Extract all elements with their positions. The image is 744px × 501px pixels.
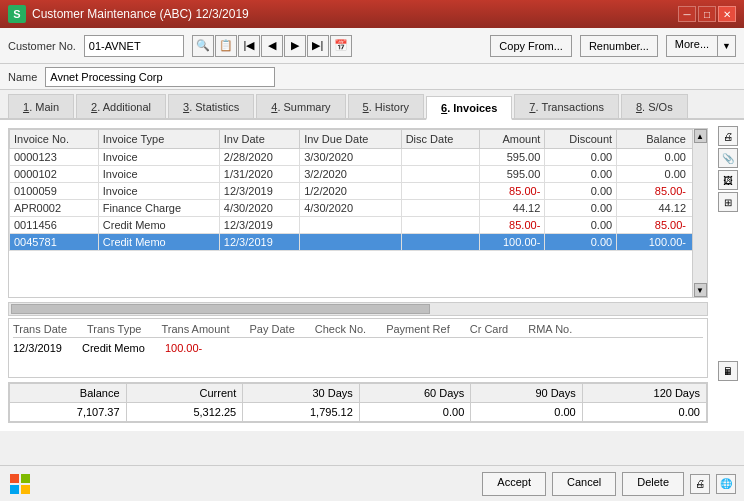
name-input[interactable]: [45, 67, 275, 87]
tab-summary[interactable]: 4. Summary: [256, 94, 345, 118]
cell-disc-date: [401, 234, 480, 251]
cell-inv-date: 1/31/2020: [219, 166, 299, 183]
customer-no-input[interactable]: [84, 35, 184, 57]
table-row[interactable]: APR0002 Finance Charge 4/30/2020 4/30/20…: [10, 200, 707, 217]
summary-cell-balance: 7,107.37: [10, 403, 127, 422]
grid-icon-btn[interactable]: ⊞: [718, 192, 738, 212]
prev-btn[interactable]: ◀: [261, 35, 283, 57]
cancel-button[interactable]: Cancel: [552, 472, 616, 496]
col-header-invoice-type: Invoice Type: [98, 130, 219, 149]
print-bottom-icon-btn[interactable]: 🖨: [690, 474, 710, 494]
table-row[interactable]: 0011456 Credit Memo 12/3/2019 85.00- 0.0…: [10, 217, 707, 234]
summary-col-60days: 60 Days: [359, 384, 470, 403]
cell-invoice-no: 0011456: [10, 217, 99, 234]
renumber-button[interactable]: Renumber...: [580, 35, 658, 57]
more-button[interactable]: More...: [666, 35, 717, 57]
tab-main[interactable]: 1. Main: [8, 94, 74, 118]
side-icons: 🖨 📎 🖼 ⊞: [718, 126, 738, 212]
detail-cell-trans-type: Credit Memo: [82, 342, 145, 354]
summary-col-balance: Balance: [10, 384, 127, 403]
cell-inv-due-date: 3/2/2020: [300, 166, 402, 183]
first-btn[interactable]: |◀: [238, 35, 260, 57]
minimize-button[interactable]: ─: [678, 6, 696, 22]
calendar-icon-btn[interactable]: 📅: [330, 35, 352, 57]
detail-header: Trans Date Trans Type Trans Amount Pay D…: [13, 323, 703, 338]
cell-inv-due-date: 1/2/2020: [300, 183, 402, 200]
cell-discount: 0.00: [545, 149, 617, 166]
detail-col-cr-card: Cr Card: [470, 323, 509, 335]
bottom-right-icons: 🖩: [718, 361, 738, 381]
summary-row: 7,107.37 5,312.25 1,795.12 0.00 0.00 0.0…: [10, 403, 707, 422]
tab-invoices[interactable]: 6. Invoices: [426, 96, 512, 120]
tab-history[interactable]: 5. History: [348, 94, 424, 118]
copy-from-button[interactable]: Copy From...: [490, 35, 572, 57]
bottom-left-icons: [8, 472, 32, 496]
windows-logo-icon[interactable]: [8, 472, 32, 496]
cell-invoice-type: Invoice: [98, 166, 219, 183]
delete-button[interactable]: Delete: [622, 472, 684, 496]
tab-statistics[interactable]: 3. Statistics: [168, 94, 254, 118]
cell-invoice-no: 0000123: [10, 149, 99, 166]
accept-button[interactable]: Accept: [482, 472, 546, 496]
print-icon-btn[interactable]: 🖨: [718, 126, 738, 146]
nav-group: 🔍 📋 |◀ ◀ ▶ ▶| 📅: [192, 35, 352, 57]
table-row-selected[interactable]: 0045781 Credit Memo 12/3/2019 100.00- 0.…: [10, 234, 707, 251]
help-bottom-icon-btn[interactable]: 🌐: [716, 474, 736, 494]
detail-cell-trans-date: 12/3/2019: [13, 342, 62, 354]
table-row[interactable]: 0000123 Invoice 2/28/2020 3/30/2020 595.…: [10, 149, 707, 166]
close-button[interactable]: ✕: [718, 6, 736, 22]
lookup-icon-btn[interactable]: 📋: [215, 35, 237, 57]
invoice-scroll-area[interactable]: Invoice No. Invoice Type Inv Date Inv Du…: [9, 129, 707, 297]
cell-invoice-no: 0000102: [10, 166, 99, 183]
cell-amount: 595.00: [480, 149, 545, 166]
summary-col-90days: 90 Days: [471, 384, 582, 403]
table-row[interactable]: 0000102 Invoice 1/31/2020 3/2/2020 595.0…: [10, 166, 707, 183]
detail-col-pay-date: Pay Date: [250, 323, 295, 335]
bottom-bar: Accept Cancel Delete 🖨 🌐: [0, 465, 744, 501]
title-bar-left: S Customer Maintenance (ABC) 12/3/2019: [8, 5, 249, 23]
cell-invoice-type: Invoice: [98, 149, 219, 166]
cell-amount: 44.12: [480, 200, 545, 217]
next-btn[interactable]: ▶: [284, 35, 306, 57]
cell-discount: 0.00: [545, 183, 617, 200]
maximize-button[interactable]: □: [698, 6, 716, 22]
detail-row: 12/3/2019 Credit Memo 100.00-: [13, 342, 703, 354]
tab-sos[interactable]: 8. S/Os: [621, 94, 688, 118]
cell-inv-date: 4/30/2020: [219, 200, 299, 217]
cell-disc-date: [401, 217, 480, 234]
scroll-up-btn[interactable]: ▲: [694, 129, 707, 143]
vscroll[interactable]: ▲ ▼: [692, 129, 707, 297]
tab-additional[interactable]: 2. Additional: [76, 94, 166, 118]
scroll-thumb: [11, 304, 430, 314]
cell-inv-date: 12/3/2019: [219, 234, 299, 251]
search-icon-btn[interactable]: 🔍: [192, 35, 214, 57]
detail-section: Trans Date Trans Type Trans Amount Pay D…: [8, 318, 708, 378]
detail-col-trans-type: Trans Type: [87, 323, 141, 335]
col-header-inv-due-date: Inv Due Date: [300, 130, 402, 149]
attach-icon-btn[interactable]: 📎: [718, 148, 738, 168]
scroll-down-btn[interactable]: ▼: [694, 283, 707, 297]
cell-invoice-no: 0045781: [10, 234, 99, 251]
cell-amount: 85.00-: [480, 183, 545, 200]
more-group: More... ▼: [666, 35, 736, 57]
col-header-inv-date: Inv Date: [219, 130, 299, 149]
customer-no-label: Customer No.: [8, 40, 76, 52]
more-dropdown-button[interactable]: ▼: [717, 35, 736, 57]
summary-col-30days: 30 Days: [243, 384, 360, 403]
calculator-icon-btn[interactable]: 🖩: [718, 361, 738, 381]
table-row[interactable]: 0100059 Invoice 12/3/2019 1/2/2020 85.00…: [10, 183, 707, 200]
tab-transactions[interactable]: 7. Transactions: [514, 94, 619, 118]
summary-cell-current: 5,312.25: [126, 403, 243, 422]
cell-invoice-type: Credit Memo: [98, 234, 219, 251]
cell-invoice-no: APR0002: [10, 200, 99, 217]
image-icon-btn[interactable]: 🖼: [718, 170, 738, 190]
summary-cell-30days: 1,795.12: [243, 403, 360, 422]
cell-disc-date: [401, 149, 480, 166]
last-btn[interactable]: ▶|: [307, 35, 329, 57]
cell-inv-due-date: 3/30/2020: [300, 149, 402, 166]
horizontal-scrollbar[interactable]: [8, 302, 708, 316]
detail-col-rma-no: RMA No.: [528, 323, 572, 335]
cell-inv-due-date: 4/30/2020: [300, 200, 402, 217]
detail-col-trans-amount: Trans Amount: [161, 323, 229, 335]
col-header-amount: Amount: [480, 130, 545, 149]
